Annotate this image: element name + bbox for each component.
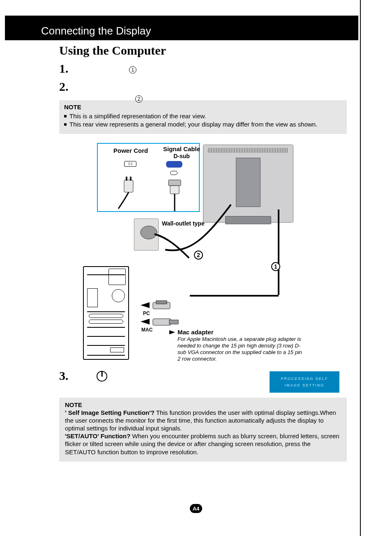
arrow-left-icon [141, 302, 150, 308]
power-cord-label: Power Cord [113, 147, 148, 154]
section-header: Connecting the Display [5, 16, 358, 40]
arrow-left-icon [141, 319, 150, 324]
page-subtitle: Using the Computer [59, 44, 347, 58]
svg-rect-9 [169, 320, 178, 324]
page-number-badge: A4 [190, 504, 202, 513]
note-bottom-title: NOTE [65, 401, 341, 409]
monitor-stand-spine [236, 158, 261, 207]
svg-rect-1 [126, 177, 127, 181]
step-1-number: 1. [59, 62, 69, 75]
note-bottom-para-2: 'SET/AUTO' Function? When you encounter … [65, 432, 341, 456]
note-top-bullet-1-text: This is a simplified representation of t… [69, 112, 206, 120]
set-auto-q-label: 'SET/AUTO' Function? [65, 432, 130, 439]
mac-label: MAC [141, 327, 152, 333]
signal-cable-label: Signal Cable D-sub [161, 145, 202, 159]
main-content: Using the Computer 1. 1 2. 2 NOTE This i… [59, 44, 347, 462]
self-image-q-label: ' Self Image Setting Function'? [65, 409, 154, 416]
pc-connector-icon [152, 300, 172, 311]
note-top-bullet-2: This rear view represents a general mode… [64, 120, 342, 129]
step-2-number: 2. [59, 80, 69, 93]
inline-ref-1-icon: 1 [129, 66, 136, 74]
mac-adapter-title: Mac adapter [178, 329, 214, 336]
power-icon [97, 371, 107, 382]
monitor-vents-icon [208, 148, 288, 153]
processing-line2: IMAGE SETTING [272, 382, 337, 389]
svg-rect-4 [170, 186, 179, 194]
ac-inlet-icon: ▯ ▯ [124, 161, 136, 167]
svg-rect-7 [156, 301, 167, 304]
processing-line1: PROCESSING SELF [272, 375, 337, 382]
diagram-callout-2: 2 [194, 251, 203, 260]
dsub-port-icon [166, 161, 182, 168]
lock-port-icon [170, 171, 178, 175]
page-right-divider [360, 0, 361, 536]
bullet-icon [64, 123, 67, 126]
bullet-icon [64, 115, 67, 117]
svg-rect-3 [168, 180, 181, 186]
note-top-title: NOTE [64, 104, 342, 110]
arrow-right-icon [169, 330, 175, 334]
note-top-bullet-2-text: This rear view represents a general mode… [69, 120, 317, 129]
section-header-title: Connecting the Display [5, 16, 358, 37]
pc-tower-illustration [83, 266, 129, 360]
numbered-steps: 1. 1 2. 2 [59, 62, 347, 98]
pc-label: PC [143, 311, 150, 316]
step-3-number: 3. [59, 369, 69, 382]
note-top-bullet-1: This is a simplified representation of t… [64, 112, 342, 120]
step-1-row: 1. 1 [59, 62, 347, 80]
svg-rect-0 [124, 180, 133, 192]
svg-rect-2 [130, 177, 131, 181]
svg-rect-8 [153, 319, 171, 325]
processing-indicator: PROCESSING SELF IMAGE SETTING [270, 371, 339, 393]
note-box-top: NOTE This is a simplified representation… [59, 100, 347, 134]
step-3-row: 3. PROCESSING SELF IMAGE SETTING [59, 369, 347, 383]
diagram-callout-1: 1 [271, 262, 280, 271]
note-box-bottom: NOTE ' Self Image Setting Function'? Thi… [59, 398, 347, 462]
inline-ref-2-icon: 2 [135, 95, 143, 103]
step-2-row: 2. 2 [59, 80, 347, 98]
connection-diagram: Power Cord Signal Cable D-sub ▯ ▯ [59, 139, 347, 369]
note-bottom-para-1: ' Self Image Setting Function'? This fun… [65, 409, 341, 432]
mac-connector-icon [152, 316, 181, 329]
mac-adapter-text: For Apple Macintosh use, a separate plug… [178, 336, 305, 363]
